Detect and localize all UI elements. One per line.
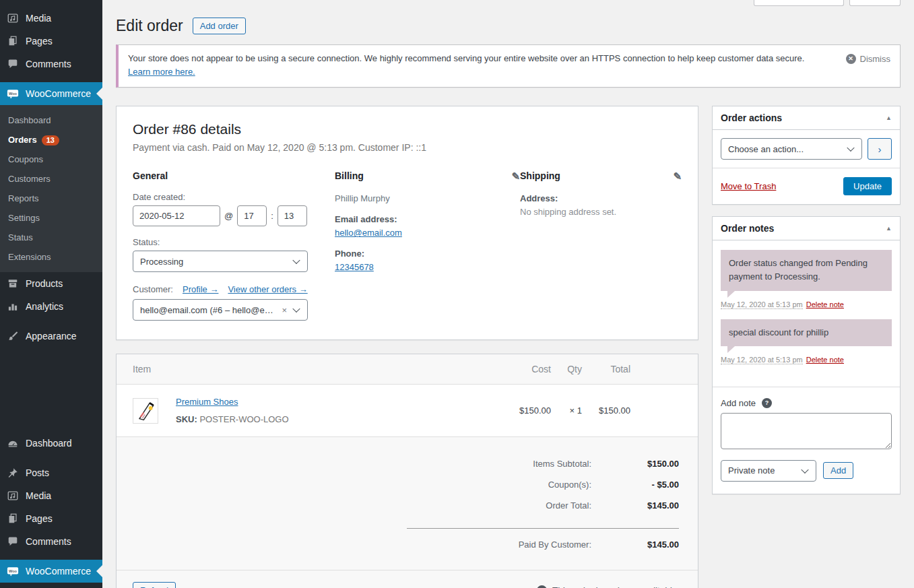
order-note: special discount for phillipMay 12, 2020… (721, 319, 892, 364)
order-data-panel: Order #86 details Payment via cash. Paid… (116, 106, 698, 340)
sidebar-item-analytics[interactable]: Analytics (0, 295, 102, 318)
sidebar-item-label: Media (26, 13, 51, 24)
sidebar-item-posts[interactable]: Posts (0, 461, 102, 484)
help-icon[interactable]: ? (762, 398, 772, 408)
order-notes-heading: Order notes (721, 223, 774, 234)
product-name-link[interactable]: Premium Shoes (176, 397, 238, 407)
sidebar-item-label: Comments (26, 536, 71, 547)
paid-by-customer-value: $145.00 (591, 540, 679, 550)
refund-button[interactable]: Refund (133, 582, 176, 588)
note-meta: May 12, 2020 at 5:13 pmDelete note (721, 356, 892, 364)
order-notes-panel: Order notes ▲ Order status changed from … (712, 216, 901, 494)
sidebar-item-label: Reports (8, 193, 39, 203)
help-icon: ? (537, 585, 547, 588)
sidebar-item-label: WooCommerce (26, 566, 91, 577)
item-total: $150.00 (582, 405, 630, 416)
dashboard-icon (6, 436, 20, 450)
billing-heading: Billing (335, 170, 364, 181)
edit-billing-icon[interactable]: ✎ (511, 170, 520, 183)
customer-select[interactable]: hello@email.com (#6 – hello@email... × (133, 299, 308, 321)
sidebar-item-settings[interactable]: Settings (0, 208, 102, 228)
update-button[interactable]: Update (843, 177, 892, 195)
sidebar-item-dashboard[interactable]: Dashboard (0, 432, 102, 455)
cost-column-header: Cost (490, 364, 551, 374)
add-order-button[interactable]: Add order (193, 18, 246, 34)
sidebar-item-appearance[interactable]: Appearance (0, 325, 102, 348)
help-tab-partial[interactable] (849, 0, 901, 6)
sidebar-item-pages[interactable]: Pages (0, 30, 102, 53)
sidebar-item-status[interactable]: Status (0, 228, 102, 247)
note-type-select[interactable]: Private note (721, 460, 816, 482)
secure-connection-notice: Your store does not appear to be using a… (116, 44, 901, 88)
total-row: Items Subtotal:$150.00 (133, 459, 679, 469)
svg-text:Woo: Woo (9, 92, 18, 96)
product-thumbnail (133, 398, 158, 424)
sidebar-item-reports[interactable]: Reports (0, 189, 102, 208)
profile-link[interactable]: Profile → (183, 284, 218, 294)
dismiss-icon: ✕ (846, 54, 856, 64)
edit-shipping-icon[interactable]: ✎ (673, 170, 682, 183)
learn-more-link[interactable]: Learn more here. (128, 67, 195, 77)
date-created-input[interactable] (133, 205, 220, 226)
item-qty: × 1 (551, 405, 582, 416)
billing-email-label: Email address: (335, 214, 520, 224)
total-value: $150.00 (591, 459, 679, 469)
item-cost: $150.00 (490, 405, 551, 416)
sidebar-item-comments[interactable]: Comments (0, 53, 102, 75)
sidebar-gap (0, 348, 102, 432)
sidebar-item-customers[interactable]: Customers (0, 169, 102, 189)
woocommerce-icon: Woo (6, 87, 20, 100)
add-note-textarea[interactable] (721, 413, 892, 449)
collapse-toggle-icon[interactable]: ▲ (886, 115, 892, 121)
pages-icon (6, 512, 20, 525)
status-select[interactable]: Processing (133, 251, 308, 272)
sidebar-item-label: Media (26, 490, 51, 501)
sidebar-item-label: Products (26, 278, 63, 289)
billing-name: Phillip Murphy (335, 193, 520, 203)
sidebar-item-pages[interactable]: Pages (0, 507, 102, 530)
qty-column-header: Qty (551, 364, 582, 374)
sidebar-item-media[interactable]: Media (0, 484, 102, 507)
sidebar-item-extensions[interactable]: Extensions (0, 247, 102, 267)
date-created-label: Date created: (133, 192, 335, 202)
apply-action-button[interactable]: › (868, 138, 892, 160)
sidebar-item-coupons[interactable]: Coupons (0, 150, 102, 169)
total-row: Order Total:$145.00 (133, 500, 679, 511)
total-label: Order Total: (546, 500, 591, 511)
sidebar-item-woocommerce[interactable]: WooWooCommerce (0, 82, 102, 105)
order-action-select[interactable]: Choose an action... (721, 138, 862, 160)
product-sku: SKU: POSTER-WOO-LOGO (176, 414, 289, 424)
dismiss-button[interactable]: ✕ Dismiss (846, 54, 891, 64)
clear-selection-icon[interactable]: × (278, 305, 287, 315)
add-note-section: Add note ? Private note Add (713, 387, 900, 494)
item-column-header: Item (133, 364, 490, 374)
order-subtitle: Payment via cash. Paid on May 12, 2020 @… (133, 142, 682, 153)
collapse-toggle-icon[interactable]: ▲ (886, 225, 892, 232)
sidebar-item-label: Customers (8, 174, 51, 184)
minute-input[interactable] (278, 205, 307, 226)
woocommerce-submenu: DashboardOrders13CouponsCustomersReports… (0, 105, 102, 272)
hour-input[interactable] (237, 205, 267, 226)
products-icon (6, 277, 20, 290)
order-items-panel: Item Cost Qty Total Premium ShoesSKU: PO… (116, 354, 698, 588)
sidebar-item-comments[interactable]: Comments (0, 530, 102, 553)
billing-email-link[interactable]: hello@email.com (335, 228, 402, 238)
sidebar-item-label: Appearance (26, 331, 77, 341)
move-to-trash-link[interactable]: Move to Trash (721, 181, 776, 191)
screen-options-tab-partial[interactable] (754, 0, 844, 6)
add-note-button[interactable]: Add (823, 462, 853, 479)
sidebar-item-products[interactable]: Products (0, 272, 102, 295)
delete-note-link[interactable]: Delete note (806, 356, 844, 364)
delete-note-link[interactable]: Delete note (806, 300, 844, 308)
pages-icon (6, 34, 20, 48)
sidebar-item-label: Comments (26, 59, 71, 69)
sidebar-item-woocommerce[interactable]: WooWooCommerce (0, 560, 102, 583)
sidebar-item-orders[interactable]: Orders13 (0, 130, 102, 150)
sidebar-item-dashboard[interactable]: Dashboard (0, 110, 102, 130)
billing-phone-link[interactable]: 12345678 (335, 262, 374, 272)
order-actions-heading: Order actions (721, 112, 782, 123)
items-table-header: Item Cost Qty Total (117, 354, 698, 385)
sidebar-item-media[interactable]: Media (0, 7, 102, 30)
view-other-orders-link[interactable]: View other orders → (228, 284, 307, 294)
note-text: special discount for phillip (721, 319, 892, 346)
